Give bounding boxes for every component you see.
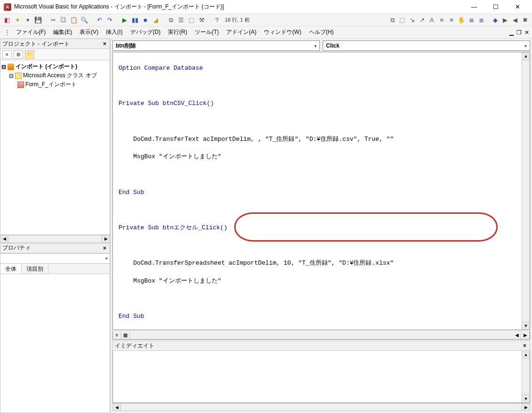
paste-icon[interactable]: 📋 <box>70 16 78 24</box>
indent-icon[interactable]: ≡ <box>437 16 446 24</box>
properties-panel-title: プロパティ <box>2 244 31 252</box>
titlebar: A Microsoft Visual Basic for Application… <box>0 0 532 14</box>
scroll-down-icon[interactable]: ▼ <box>522 395 530 403</box>
properties-object-combo[interactable] <box>0 253 110 264</box>
outdent-icon[interactable]: ≡ <box>447 16 456 24</box>
properties-panel-close[interactable]: × <box>102 245 108 251</box>
object-selector[interactable]: btn削除 <box>112 40 320 51</box>
code-hscroll-right[interactable]: ▶ <box>521 332 530 339</box>
code-footer: ≡ ▦ ◀ ▶ <box>112 331 530 340</box>
menu-tools[interactable]: ツール(T) <box>192 27 222 38</box>
scroll-left-icon[interactable]: ◀ <box>0 235 8 243</box>
save-icon[interactable]: 💾 <box>34 16 42 24</box>
properties-icon[interactable]: ☰ <box>177 16 185 24</box>
breakpoint-icon[interactable]: ✋ <box>457 16 466 24</box>
access-icon[interactable]: ◧ <box>3 16 11 24</box>
mdi-minimize-button[interactable]: ▁ <box>509 29 514 36</box>
clear-bookmarks-icon[interactable]: ✖ <box>521 16 529 24</box>
menu-edit[interactable]: 編集(E) <box>50 27 75 38</box>
redo-icon[interactable]: ↷ <box>105 16 114 24</box>
scroll-right-icon[interactable]: ▶ <box>522 404 530 411</box>
database-icon <box>8 64 14 70</box>
menubar: ⋮ ファイル(F) 編集(E) 表示(V) 挿入(I) デバッグ(D) 実行(R… <box>0 26 532 39</box>
mdi-close-button[interactable]: ✕ <box>524 29 529 36</box>
code-vscroll[interactable]: ▲ ▼ <box>522 52 530 330</box>
menubar-handle[interactable]: ⋮ <box>3 28 11 37</box>
scroll-right-icon[interactable]: ▶ <box>102 235 110 243</box>
immediate-hscroll[interactable]: ◀ ▶ <box>112 403 530 411</box>
menu-window[interactable]: ウィンドウ(W) <box>261 27 304 38</box>
scroll-up-icon[interactable]: ▲ <box>522 351 530 359</box>
immediate-panel-header: イミディエイト × <box>112 340 530 351</box>
code-editor[interactable]: Option Compare Database Private Sub btnC… <box>113 52 522 330</box>
uncomment-icon[interactable]: ≣ <box>477 16 485 24</box>
folder-icon <box>15 73 22 79</box>
wizard-icon[interactable]: ✦ <box>13 16 22 24</box>
properties-grid[interactable] <box>0 274 110 413</box>
tree-folder[interactable]: Microsoft Access クラス オブ <box>23 72 97 80</box>
minimize-button[interactable]: — <box>463 0 485 14</box>
copy-icon[interactable]: ⿻ <box>59 16 68 24</box>
scroll-up-icon[interactable]: ▲ <box>522 52 530 60</box>
next-bookmark-icon[interactable]: ▶ <box>501 16 509 24</box>
menu-addins[interactable]: アドイン(A) <box>223 27 259 38</box>
full-module-view-icon[interactable]: ▦ <box>121 332 130 339</box>
tb-r5[interactable]: A <box>428 16 436 24</box>
cursor-status: 18 行, 1 桁 <box>223 16 252 24</box>
toggle-folders-icon[interactable]: 📁 <box>25 50 34 59</box>
immediate-panel-close[interactable]: × <box>522 342 528 349</box>
procedure-selector[interactable]: Click <box>323 40 530 51</box>
menu-insert[interactable]: 挿入(I) <box>103 27 125 38</box>
immediate-textarea[interactable] <box>113 351 522 403</box>
project-panel-close[interactable]: × <box>102 40 108 47</box>
view-object-icon[interactable]: ⊞ <box>14 50 23 59</box>
tb-r4[interactable]: ↗ <box>418 16 426 24</box>
project-panel-title: プロジェクト - インポート <box>2 40 70 48</box>
menu-file[interactable]: ファイル(F) <box>13 27 48 38</box>
window-title: Microsoft Visual Basic for Applications … <box>14 3 463 11</box>
design-icon[interactable]: ◢ <box>151 16 160 24</box>
form-icon <box>17 81 24 88</box>
mdi-restore-button[interactable]: ❐ <box>516 29 522 36</box>
bookmark-icon[interactable]: ◆ <box>491 16 500 24</box>
project-hscroll[interactable]: ◀ ▶ <box>0 235 110 243</box>
properties-panel-header: プロパティ × <box>0 243 110 253</box>
tree-root[interactable]: インポート (インポート) <box>16 63 77 71</box>
comment-icon[interactable]: ≣ <box>467 16 476 24</box>
properties-tab-categorized[interactable]: 項目別 <box>22 264 48 274</box>
tb-r1[interactable]: ⧉ <box>388 16 397 24</box>
maximize-button[interactable]: ☐ <box>485 0 507 14</box>
menu-run[interactable]: 実行(R) <box>165 27 190 38</box>
project-panel-header: プロジェクト - インポート × <box>0 39 110 49</box>
break-icon[interactable]: ▮▮ <box>131 16 139 24</box>
project-tree[interactable]: ⊟インポート (インポート) ⊟Microsoft Access クラス オブ … <box>0 60 110 235</box>
menu-help[interactable]: ヘルプ(H) <box>306 27 337 38</box>
procedure-view-icon[interactable]: ≡ <box>113 332 121 339</box>
undo-icon[interactable]: ↶ <box>95 16 103 24</box>
help-icon[interactable]: ? <box>213 16 221 24</box>
object-browser-icon[interactable]: ⬚ <box>187 16 196 24</box>
prev-bookmark-icon[interactable]: ◀ <box>511 16 519 24</box>
code-hscroll-left[interactable]: ◀ <box>513 332 521 339</box>
close-button[interactable]: ✕ <box>507 0 528 14</box>
view-code-icon[interactable]: ≡ <box>2 50 12 59</box>
toolbox-icon[interactable]: ⚒ <box>198 16 206 24</box>
reset-icon[interactable]: ■ <box>141 16 150 24</box>
scroll-down-icon[interactable]: ▼ <box>522 322 530 330</box>
tree-form[interactable]: Form_F_インポート <box>25 81 77 89</box>
tb-r3[interactable]: ↘ <box>408 16 416 24</box>
menu-view[interactable]: 表示(V) <box>77 27 101 38</box>
find-icon[interactable]: 🔍 <box>80 16 88 24</box>
cut-icon[interactable]: ✂ <box>49 16 57 24</box>
toolbar-main: ◧ ✦ ▾ 💾 ✂ ⿻ 📋 🔍 ↶ ↷ ▶ ▮▮ ■ ◢ ⧉ ☰ ⬚ ⚒ ? 1… <box>0 14 532 26</box>
project-toolbar: ≡ ⊞ 📁 <box>0 49 110 60</box>
dropdown-icon[interactable]: ▾ <box>24 16 32 24</box>
tb-r2[interactable]: ⬚ <box>398 16 406 24</box>
menu-debug[interactable]: デバッグ(D) <box>127 27 164 38</box>
run-icon[interactable]: ▶ <box>120 16 129 24</box>
properties-tab-all[interactable]: 全体 <box>0 264 22 274</box>
scroll-left-icon[interactable]: ◀ <box>113 404 121 411</box>
project-explorer-icon[interactable]: ⧉ <box>167 16 175 24</box>
immediate-vscroll[interactable]: ▲ ▼ <box>522 351 530 403</box>
app-icon: A <box>4 3 11 11</box>
